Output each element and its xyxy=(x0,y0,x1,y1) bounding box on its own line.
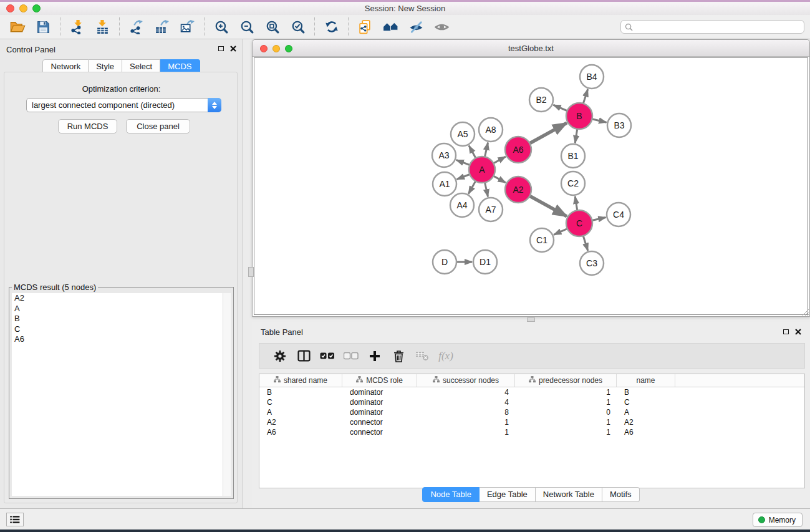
import-table-button[interactable] xyxy=(90,17,115,37)
table-row[interactable]: Adominator80A xyxy=(259,407,804,417)
show-task-history-button[interactable] xyxy=(6,513,24,526)
search-input[interactable] xyxy=(635,22,800,32)
graph-node-C4[interactable]: C4 xyxy=(607,203,630,226)
mcds-result-item[interactable]: B xyxy=(12,314,231,324)
graph-node-A4[interactable]: A4 xyxy=(450,193,474,217)
zoom-in-button[interactable] xyxy=(208,17,234,37)
network-canvas[interactable]: AA1A2A3A4A5A6A7A8BB1B2B3B4CC1C2C3C4DD1 xyxy=(254,57,808,315)
column-header-predecessor-nodes[interactable]: predecessor nodes xyxy=(515,374,617,387)
column-view-button[interactable] xyxy=(292,346,316,366)
save-session-button[interactable] xyxy=(31,17,56,37)
graph-node-B3[interactable]: B3 xyxy=(607,114,631,137)
delete-column-button[interactable] xyxy=(387,346,410,366)
graph-node-A3[interactable]: A3 xyxy=(432,143,456,167)
graph-node-A6[interactable]: A6 xyxy=(505,137,531,163)
mcds-list-scrollbar[interactable] xyxy=(223,293,231,496)
export-network-button[interactable] xyxy=(123,17,149,37)
float-panel-icon[interactable] xyxy=(218,46,224,51)
export-table-button[interactable] xyxy=(149,17,175,37)
table-cell: A6 xyxy=(259,427,342,437)
table-row[interactable]: Bdominator41B xyxy=(259,387,804,397)
save-session-icon xyxy=(37,21,50,34)
graph-node-A2[interactable]: A2 xyxy=(505,177,531,203)
tab-node-table[interactable]: Node Table xyxy=(422,487,480,502)
tab-motifs[interactable]: Motifs xyxy=(602,487,640,502)
zoom-in-icon xyxy=(215,20,228,34)
optimization-criterion-select[interactable]: largest connected component (directed) xyxy=(26,98,221,112)
mcds-result-item[interactable]: A6 xyxy=(12,334,231,345)
add-column-button[interactable] xyxy=(363,346,387,366)
select-all-columns-button[interactable] xyxy=(316,346,339,366)
first-neighbors-button[interactable] xyxy=(378,17,403,37)
mcds-result-item[interactable]: A2 xyxy=(12,293,231,304)
new-network-from-selection-button[interactable] xyxy=(352,17,378,37)
svg-text:A1: A1 xyxy=(439,179,450,189)
toolbar-separator xyxy=(204,17,205,36)
splitter-handle-horizontal[interactable] xyxy=(527,317,535,322)
export-image-icon xyxy=(180,20,195,34)
float-panel-icon[interactable] xyxy=(783,329,789,334)
select-stepper-icon xyxy=(208,98,221,112)
mcds-result-item[interactable]: A xyxy=(12,304,231,314)
graph-node-B[interactable]: B xyxy=(566,103,592,129)
table-cell: 1 xyxy=(417,417,515,427)
show-all-button[interactable] xyxy=(429,17,455,37)
graph-node-C3[interactable]: C3 xyxy=(580,251,604,275)
column-header-name[interactable]: name xyxy=(617,374,675,387)
zoom-out-button[interactable] xyxy=(234,17,259,37)
network-window-titlebar[interactable]: testGlobe.txt xyxy=(253,40,809,57)
svg-text:C3: C3 xyxy=(586,258,597,268)
table-panel-title: Table Panel xyxy=(261,327,303,337)
close-panel-button[interactable]: Close panel xyxy=(126,119,190,133)
graph-node-A7[interactable]: A7 xyxy=(479,198,503,221)
graph-node-B4[interactable]: B4 xyxy=(580,65,604,89)
splitter-handle-vertical[interactable] xyxy=(248,267,254,277)
tab-edge-table[interactable]: Edge Table xyxy=(480,487,536,502)
zoom-selected-button[interactable] xyxy=(285,17,311,37)
graph-node-C[interactable]: C xyxy=(566,210,592,236)
column-header-shared-name[interactable]: shared name xyxy=(259,374,342,387)
graph-node-D1[interactable]: D1 xyxy=(473,250,497,274)
memory-button[interactable]: Memory xyxy=(753,513,803,527)
graph-node-A1[interactable]: A1 xyxy=(433,172,456,196)
graph-node-B2[interactable]: B2 xyxy=(529,88,553,112)
hide-selected-button[interactable] xyxy=(403,17,429,37)
tab-network-table[interactable]: Network Table xyxy=(536,487,602,502)
table-row[interactable]: Cdominator41C xyxy=(259,397,804,407)
network-window-title: testGlobe.txt xyxy=(253,44,809,53)
graph-node-D[interactable]: D xyxy=(433,250,456,274)
graph-node-C1[interactable]: C1 xyxy=(530,228,554,252)
export-image-button[interactable] xyxy=(175,17,200,37)
column-header-successor-nodes[interactable]: successor nodes xyxy=(417,374,515,387)
graph-node-C2[interactable]: C2 xyxy=(561,172,585,195)
open-session-button[interactable] xyxy=(5,17,31,37)
table-cell: 4 xyxy=(417,387,515,397)
run-mcds-button[interactable]: Run MCDS xyxy=(58,119,117,133)
table-cell: 1 xyxy=(417,427,515,437)
table-cell: 0 xyxy=(515,407,617,417)
table-row[interactable]: A6connector11A6 xyxy=(259,427,804,437)
close-panel-icon[interactable] xyxy=(795,329,801,335)
application-window: Session: New Session Control Panel xyxy=(0,0,810,532)
unselect-all-columns-button[interactable] xyxy=(339,346,363,366)
svg-text:D: D xyxy=(441,257,448,267)
function-builder-button[interactable]: f(x) xyxy=(434,346,458,366)
main-toolbar xyxy=(0,15,810,39)
graph-node-A[interactable]: A xyxy=(469,157,495,183)
table-toolbar: f(x) xyxy=(259,343,805,369)
graph-node-B1[interactable]: B1 xyxy=(561,144,585,168)
mcds-result-item[interactable]: C xyxy=(12,324,231,335)
zoom-fit-button[interactable] xyxy=(259,17,285,37)
graph-node-A5[interactable]: A5 xyxy=(451,122,475,146)
close-panel-icon[interactable] xyxy=(230,46,236,52)
graph-node-A8[interactable]: A8 xyxy=(479,118,503,142)
table-row[interactable]: A2connector11A2 xyxy=(259,417,804,427)
column-header-MCDS-role[interactable]: MCDS role xyxy=(342,374,417,387)
refresh-button[interactable] xyxy=(319,17,344,37)
optimization-criterion-value: largest connected component (directed) xyxy=(27,100,208,110)
delete-table-button[interactable] xyxy=(410,346,434,366)
svg-text:D1: D1 xyxy=(480,257,491,267)
table-settings-button[interactable] xyxy=(268,346,292,366)
window-resize-grip[interactable] xyxy=(801,308,809,316)
import-network-button[interactable] xyxy=(64,17,90,37)
